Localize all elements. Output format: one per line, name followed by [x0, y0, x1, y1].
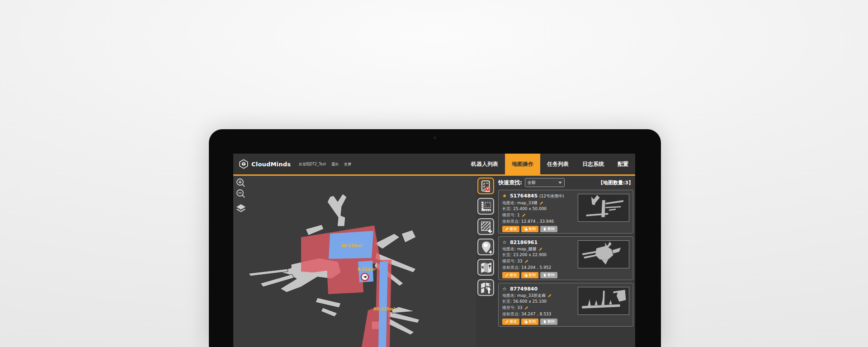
copy-button[interactable]: 复制 [521, 319, 538, 325]
edit-pencil-icon[interactable] [524, 306, 528, 310]
map-canvas[interactable]: 40.519m² 8.614m² 80.215m² [233, 176, 476, 347]
map-origin-value: 12.874，33.946 [521, 219, 554, 224]
field-label: 地图名: [502, 201, 516, 206]
copy-label: 复制 [528, 319, 536, 325]
map-size-value: 56.600 x 25.100 [513, 299, 547, 304]
add-region-icon[interactable] [477, 218, 494, 235]
delete-button[interactable]: 删除 [540, 272, 557, 278]
copy-icon [524, 273, 528, 277]
edit-pencil-icon[interactable] [547, 294, 552, 298]
layers-icon[interactable] [236, 203, 246, 214]
copy-icon [524, 227, 528, 231]
modify-button[interactable]: 修改 [502, 319, 519, 325]
area-label-2: 8.614m² [358, 267, 377, 272]
map-controls [236, 178, 247, 214]
map-status: (12号使用中) [539, 193, 564, 199]
pencil-icon [505, 273, 509, 277]
copy-button[interactable]: 复制 [521, 272, 538, 278]
modify-button[interactable]: 修改 [502, 226, 519, 232]
nav-menu: 机器人列表 地图操作 任务列表 日志系统 配置 [464, 154, 635, 176]
edit-pencil-icon[interactable] [539, 201, 543, 205]
modify-button[interactable]: 修改 [502, 272, 519, 278]
card-actions: 修改 复制 删除 [502, 272, 629, 278]
fullscreen-link[interactable]: 全屏 [344, 162, 351, 167]
map-origin-value: 34.247，8.533 [521, 312, 551, 317]
field-label: 坐标原点: [502, 219, 520, 224]
pencil-icon [505, 227, 509, 231]
delete-button[interactable]: 删除 [540, 226, 557, 232]
map-toolbar [477, 178, 497, 300]
delete-label: 删除 [547, 226, 555, 232]
copy-button[interactable]: 复制 [521, 226, 538, 232]
welcome-text: 欢迎BJDT2_Test [299, 162, 326, 167]
delete-map-icon[interactable] [477, 259, 494, 276]
quick-find-row: 快速查找: 全部 【地图数量:3】 [498, 178, 633, 188]
content-area: 40.519m² 8.614m² 80.215m² [233, 176, 635, 347]
map-filter-select[interactable]: 全部 [525, 178, 565, 187]
robot-position-marker[interactable] [361, 273, 368, 281]
task-list-pin-icon[interactable] [477, 178, 494, 194]
delete-label: 删除 [547, 272, 555, 278]
nav-item-log-system[interactable]: 日志系统 [576, 154, 611, 176]
edit-pencil-icon[interactable] [522, 213, 526, 217]
zoom-out-icon[interactable] [236, 188, 246, 199]
favorite-star-icon[interactable]: ☆ [502, 286, 507, 292]
map-origin-value: 14.204，5.952 [521, 265, 551, 270]
logout-link[interactable]: 退出 [331, 162, 339, 167]
field-label: 地图名: [502, 247, 516, 252]
nav-item-robot-list[interactable]: 机器人列表 [464, 154, 505, 176]
field-label: 坐标原点: [502, 312, 520, 317]
zoom-in-icon[interactable] [236, 178, 246, 188]
copy-label: 复制 [528, 272, 536, 278]
map-card[interactable]: ☆ 82186961 地图名: map_腿腿 长宽: 23.200 x 22.9… [498, 236, 633, 280]
app-screen: CloudMinds 欢迎BJDT2_Test 退出 全屏 机器人列表 地图操作… [233, 154, 635, 347]
map-card[interactable]: ☆ 87749840 地图名: map_33层走廊 长宽: 56.600 x 2… [498, 283, 633, 327]
map-size-value: 25.400 x 50.000 [513, 206, 547, 211]
chevron-down-icon [558, 182, 562, 184]
modify-label: 修改 [509, 272, 517, 278]
brand-name: CloudMinds [251, 161, 291, 168]
cloudminds-hexagon-logo-icon [239, 159, 249, 169]
trash-icon [543, 227, 547, 231]
modify-label: 修改 [509, 226, 517, 232]
map-id: 82186961 [510, 239, 538, 245]
nav-item-task-list[interactable]: 任务列表 [540, 154, 576, 176]
webcam-dot [434, 136, 436, 139]
session-info: 欢迎BJDT2_Test 退出 全屏 [299, 154, 351, 176]
edit-pencil-icon[interactable] [538, 247, 542, 251]
map-thumbnail[interactable] [578, 240, 629, 268]
map-card[interactable]: ★ 51764845 (12号使用中) 地图名: map_33楼 长宽: 25.… [498, 190, 633, 234]
map-name-value: map_33层走廊 [517, 293, 546, 298]
field-label: 地图名: [502, 293, 516, 298]
map-floor-value: 33 [517, 259, 522, 264]
field-label: 长宽: [502, 253, 512, 258]
card-actions: 修改 复制 删除 [502, 226, 629, 232]
measure-area-icon[interactable] [477, 198, 494, 215]
edit-pencil-icon[interactable] [524, 259, 528, 263]
favorite-star-icon[interactable]: ☆ [502, 239, 507, 245]
trash-icon [543, 320, 547, 324]
pencil-icon [505, 320, 509, 324]
field-label: 长宽: [502, 206, 512, 211]
brand: CloudMinds [233, 154, 295, 176]
occupancy-map: 40.519m² 8.614m² 80.215m² [233, 176, 476, 347]
favorite-star-icon[interactable]: ★ [502, 193, 507, 199]
field-label: 楼层号: [502, 259, 516, 264]
quick-find-label: 快速查找: [498, 179, 522, 187]
copy-icon [524, 320, 528, 324]
trash-icon [543, 273, 547, 277]
field-label: 坐标原点: [502, 265, 520, 270]
card-actions: 修改 复制 删除 [502, 319, 629, 325]
map-thumbnail[interactable] [578, 194, 629, 222]
map-id: 51764845 [510, 193, 538, 199]
laptop-mockup: CloudMinds 欢迎BJDT2_Test 退出 全屏 机器人列表 地图操作… [209, 129, 661, 347]
add-point-icon[interactable] [477, 239, 494, 255]
modify-label: 修改 [509, 319, 517, 325]
upload-map-icon[interactable] [477, 279, 494, 296]
delete-button[interactable]: 删除 [540, 319, 557, 325]
nav-item-map-ops[interactable]: 地图操作 [505, 154, 540, 176]
nav-item-config[interactable]: 配置 [611, 154, 635, 176]
area-label-1: 40.519m² [341, 244, 363, 248]
map-thumbnail[interactable] [578, 287, 629, 315]
top-navbar: CloudMinds 欢迎BJDT2_Test 退出 全屏 机器人列表 地图操作… [233, 154, 635, 176]
